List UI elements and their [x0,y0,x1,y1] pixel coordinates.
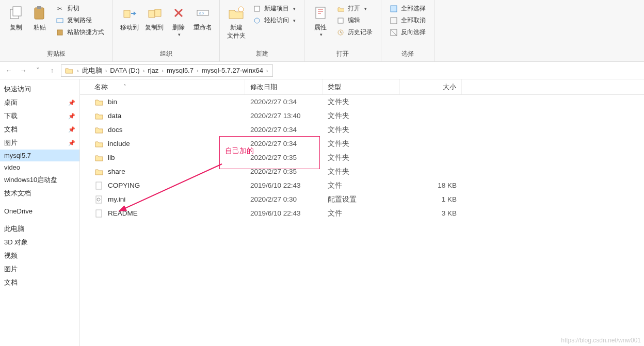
properties-button[interactable]: 属性▾ [309,2,332,39]
select-all-button[interactable]: 全部选择 [388,3,428,14]
delete-button[interactable]: 删除▾ [167,2,190,39]
sidebar-item-documents[interactable]: 文档📌 [0,123,79,136]
file-name: my.ini [108,195,125,203]
copy-to-button[interactable]: 复制到 [142,2,167,34]
sidebar-item-pictures[interactable]: 图片📌 [0,136,79,150]
nav-forward-button[interactable]: → [18,65,29,76]
nav-back-button[interactable]: ← [3,65,14,76]
paste-icon [31,4,49,22]
group-label-organize: 组织 [117,47,215,61]
sidebar-item-3d[interactable]: 3D 对象 [0,236,79,249]
sidebar-item-desktop[interactable]: 桌面📌 [0,96,79,109]
file-type: 文件 [323,209,400,218]
copy-icon [7,4,25,22]
svg-rect-14 [391,6,397,12]
sidebar-item-docs[interactable]: 文档 [0,276,79,289]
sidebar-item-video[interactable]: video [0,161,79,173]
file-row[interactable]: include2020/2/27 0:34文件夹 [80,137,644,151]
folder-icon [94,153,104,162]
file-row[interactable]: README2019/6/10 22:43文件3 KB [80,206,644,220]
select-none-button[interactable]: 全部取消 [388,15,428,26]
group-label-clipboard: 剪贴板 [4,47,108,61]
file-type: 配置设置 [323,195,400,204]
easy-access-button[interactable]: 轻松访问▾ [251,15,298,26]
file-name: docs [108,126,123,134]
svg-rect-1 [13,7,21,16]
easy-access-icon [253,17,261,25]
history-button[interactable]: 历史记录 [334,27,375,38]
sidebar-thispc[interactable]: 此电脑 [0,222,79,236]
breadcrumb-item[interactable]: DATA (D:) [108,67,141,74]
file-name: share [108,168,125,175]
sidebar-item-mysql[interactable]: mysql5.7 [0,150,79,161]
copy-path-button[interactable]: 复制路径 [54,15,106,26]
nav-up-button[interactable]: ↑ [46,65,58,76]
file-type: 文件夹 [323,167,400,176]
ribbon-group-organize: 移动到 复制到 删除▾ ab 重命名 组织 [113,0,220,61]
ribbon-group-select: 全部选择 全部取消 反向选择 选择 [381,0,434,61]
move-to-button[interactable]: 移动到 [117,2,142,34]
folder-icon [94,139,104,149]
delete-icon [170,4,187,22]
pin-icon: 📌 [68,113,75,120]
file-name: lib [108,154,115,161]
file-row[interactable]: lib2020/2/27 0:35文件夹 [80,151,644,164]
sidebar-quick-access[interactable]: 快速访问 [0,83,79,96]
svg-point-10 [254,18,260,23]
invert-select-button[interactable]: 反向选择 [388,27,428,38]
rename-button[interactable]: ab 重命名 [190,2,215,34]
copy-button[interactable]: 复制 [4,2,28,34]
file-date: 2020/2/27 0:30 [245,195,323,203]
sidebar-item-win10[interactable]: windows10启动盘 [0,173,79,187]
column-header-size[interactable]: 大小 [400,79,462,94]
breadcrumb-item[interactable]: mysql-5.7.27-winx64 [200,67,265,74]
nav-recent-button[interactable]: ˅ [32,65,43,76]
file-date: 2020/2/27 0:34 [245,126,323,134]
ribbon: 复制 粘贴 ✂剪切 复制路径 粘贴快捷方式 剪贴板 移动到 复制到 [0,0,644,62]
column-header-name[interactable]: 名称 [80,79,245,94]
new-item-button[interactable]: 新建项目▾ [251,3,298,14]
breadcrumb-item[interactable]: 此电脑 [80,66,104,75]
select-none-icon [390,17,398,25]
file-row[interactable]: data2020/2/27 13:40文件夹 [80,109,644,123]
edit-button[interactable]: 编辑 [334,15,375,26]
svg-rect-15 [391,18,397,24]
svg-rect-11 [316,7,325,19]
file-type: 文件 [323,181,400,190]
file-row[interactable]: share2020/2/27 0:35文件夹 [80,164,644,178]
file-row[interactable]: docs2020/2/27 0:34文件夹 [80,123,644,137]
pin-icon: 📌 [68,126,75,133]
ribbon-group-open: 属性▾ 打开▾ 编辑 历史记录 打开 [304,0,381,61]
column-header-date[interactable]: 修改日期 [245,79,323,94]
paste-shortcut-button[interactable]: 粘贴快捷方式 [54,27,106,38]
sidebar-onedrive[interactable]: OneDrive [0,205,79,217]
svg-rect-5 [57,30,62,35]
svg-point-8 [238,7,244,12]
sidebar-item-videos[interactable]: 视频 [0,249,79,262]
sidebar-item-techdoc[interactable]: 技术文档 [0,187,79,200]
breadcrumb-box[interactable]: › 此电脑› DATA (D:)› rjaz› mysql5.7› mysql-… [61,64,273,77]
open-button[interactable]: 打开▾ [334,3,375,14]
new-folder-button[interactable]: 新建 文件夹 [224,2,249,42]
ribbon-group-clipboard: 复制 粘贴 ✂剪切 复制路径 粘贴快捷方式 剪贴板 [0,0,113,61]
file-name: COPYING [108,182,140,189]
sidebar-item-downloads[interactable]: 下载📌 [0,109,79,123]
file-date: 2020/2/27 0:35 [245,168,323,175]
file-size: 1 KB [400,195,462,203]
column-header-type[interactable]: 类型 [323,79,400,94]
file-row[interactable]: my.ini2020/2/27 0:30配置设置1 KB [80,192,644,206]
open-icon [336,5,345,13]
file-row[interactable]: COPYING2019/6/10 22:43文件18 KB [80,178,644,192]
rename-icon: ab [194,4,212,22]
address-bar: ← → ˅ ↑ › 此电脑› DATA (D:)› rjaz› mysql5.7… [0,62,644,79]
paste-button[interactable]: 粘贴 [28,2,52,34]
cut-button[interactable]: ✂剪切 [54,3,106,14]
breadcrumb-item[interactable]: mysql5.7 [165,67,196,74]
file-name: README [108,209,138,217]
file-row[interactable]: bin2020/2/27 0:34文件夹 [80,95,644,109]
sidebar-item-pics[interactable]: 图片 [0,262,79,276]
breadcrumb-item[interactable]: rjaz [146,67,160,74]
chevron-right-icon[interactable]: › [76,68,80,74]
svg-rect-20 [96,210,102,217]
file-size: 3 KB [400,209,462,217]
